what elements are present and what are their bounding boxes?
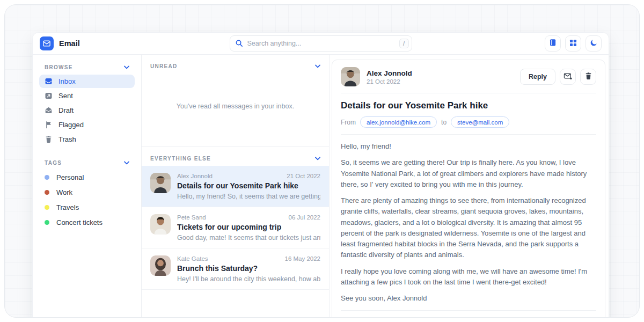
tag-label: Travels [56,203,79,211]
email-detail-card: Alex Jonnold 21 Oct 2022 Reply [332,60,605,318]
tag-color-dot [45,175,49,180]
tag-color-dot [45,220,49,225]
divider [341,134,596,135]
reply-button[interactable]: Reply [520,69,555,85]
browse-section-header: Browse [39,63,135,74]
trash-icon [45,135,53,143]
tag-item-personal[interactable]: Personal [39,170,135,184]
tags-section-header: Tags [39,159,135,169]
divider [341,93,596,93]
email-subject: Brunch this Saturday? [177,264,320,273]
detail-header: Alex Jonnold 21 Oct 2022 Reply [341,67,596,86]
avatar-alex-jonnold [150,173,171,193]
everything-else-section: Everything else Alex Jonnold [142,147,329,318]
from-label: From [341,119,356,126]
flag-icon [45,121,53,129]
body-paragraph: I really hope you love coming along with… [341,266,596,288]
email-date: 16 May 2022 [285,255,321,262]
unread-empty-message: You've read all messages in your inbox. [142,74,329,147]
body-paragraph: So, it seems we are getting there! Our t… [341,157,596,190]
everything-else-label: Everything else [150,156,211,162]
avatar-alex-jonnold [341,67,360,86]
body-paragraph: See you soon, Alex Jonnold [341,293,596,304]
detail-date: 21 Oct 2022 [367,78,412,85]
tag-item-work[interactable]: Work [39,185,135,199]
search-input[interactable] [230,35,412,52]
tag-label: Personal [56,173,84,181]
email-subject: Details for our Yosemite Park hike [177,181,320,190]
sidebar-item-label: Draft [58,106,74,114]
detail-subject: Details for our Yosemite Park hike [341,100,596,111]
to-label: to [441,119,447,126]
to-email-chip[interactable]: steve@mail.com [451,116,509,128]
app-header: Email / [33,33,609,55]
email-sender: Kate Gates [177,255,208,262]
page-frame: Email / [4,4,640,318]
avatar-pete-sand [150,214,171,235]
chevron-down-icon[interactable] [315,156,320,162]
email-date: 06 Jul 2022 [289,214,320,221]
sidebar-item-label: Flagged [58,121,84,129]
sidebar: Browse Inbox Sent [33,55,142,318]
from-to-row: From alex.jonnold@hike.com to steve@mail… [341,116,596,128]
body-paragraph: Hello, my friend! [341,141,596,152]
body-paragraph: There are plenty of amazing things to se… [341,195,596,261]
app-title: Email [59,39,80,48]
everything-else-header: Everything else [142,147,329,166]
tag-color-dot [45,205,49,210]
tag-label: Work [56,188,72,196]
browse-label: Browse [45,64,73,70]
email-subject: Tickets for our upcoming trip [177,223,320,231]
send-icon [45,92,53,100]
email-list-item[interactable]: Kate Gates 16 May 2022 Brunch this Satur… [142,248,329,290]
email-app-window: Email / [32,32,609,318]
delete-email-button[interactable] [580,69,596,85]
chevron-down-icon[interactable] [124,64,129,70]
chevron-down-icon[interactable] [124,160,129,166]
book-button[interactable] [545,35,561,52]
book-icon [549,39,557,48]
forward-email-button[interactable] [560,69,576,85]
draft-icon [45,106,53,114]
email-body: Hello, my friend! So, it seems we are ge… [341,141,596,304]
unread-section: Unread You've read all messages in your … [142,55,329,147]
email-list-item[interactable]: Pete Sand 06 Jul 2022 Tickets for our up… [142,207,329,248]
sidebar-item-draft[interactable]: Draft [39,104,135,117]
tags-label: Tags [45,160,62,166]
from-email-chip[interactable]: alex.jonnold@hike.com [360,116,437,128]
envelope-plus-icon [564,72,572,82]
tag-item-concert-tickets[interactable]: Concert tickets [39,215,135,229]
header-actions [500,35,602,52]
sidebar-item-label: Trash [58,135,76,143]
trash-icon [585,72,592,82]
search-bar: / [230,35,412,52]
attachments-label: Attachments [341,317,596,318]
email-sender: Alex Jonnold [177,173,213,179]
unread-label: Unread [150,63,178,69]
sidebar-item-inbox[interactable]: Inbox [39,75,135,88]
email-detail-pane: Alex Jonnold 21 Oct 2022 Reply [330,55,609,318]
email-list-item[interactable]: Alex Jonnold 21 Oct 2022 Details for our… [142,166,329,207]
unread-section-header: Unread [142,55,329,74]
dark-mode-button[interactable] [586,35,602,52]
sidebar-item-label: Inbox [58,77,76,85]
tags-section: Tags Personal Work [39,159,135,229]
chevron-down-icon[interactable] [315,63,320,69]
email-preview: Hey! I'll be around the city this weeken… [177,275,320,283]
search-icon [235,39,243,49]
sidebar-item-flagged[interactable]: Flagged [39,118,135,131]
email-sender: Pete Sand [177,214,206,221]
moon-icon [590,39,598,48]
detail-sender-name: Alex Jonnold [367,69,412,77]
email-preview: Good day, mate! It seems that our ticket… [177,234,320,241]
email-date: 21 Oct 2022 [287,173,320,179]
tag-item-travels[interactable]: Travels [39,200,135,214]
email-preview: Hello, my friend! So, it seems that we a… [177,193,320,200]
apps-grid-button[interactable] [565,35,581,52]
avatar-kate-gates [150,255,171,276]
tag-color-dot [45,190,49,195]
sidebar-item-sent[interactable]: Sent [39,89,135,103]
brand: Email [40,36,142,50]
sidebar-item-trash[interactable]: Trash [39,133,135,146]
search-shortcut-badge: / [399,39,409,48]
